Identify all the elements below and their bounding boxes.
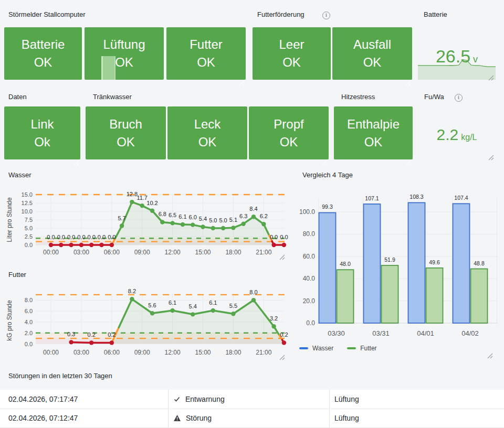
status-button-futter[interactable]: Futter OK — [166, 27, 246, 80]
svg-text:2.0: 2.0 — [25, 330, 33, 336]
resize-handle[interactable] — [488, 73, 494, 79]
resize-handle[interactable] — [488, 153, 494, 159]
svg-text:80.0: 80.0 — [303, 230, 316, 238]
battery-sparkline — [417, 56, 496, 80]
status-button-link[interactable]: Link Ok — [4, 106, 80, 159]
svg-text:0.0: 0.0 — [77, 234, 85, 240]
svg-text:0.0: 0.0 — [47, 234, 55, 240]
svg-text:04/02: 04/02 — [461, 329, 479, 337]
svg-text:2.5: 2.5 — [25, 233, 33, 240]
svg-text:49.6: 49.6 — [429, 259, 440, 265]
svg-text:12:00: 12:00 — [165, 349, 181, 356]
svg-text:0.2: 0.2 — [108, 331, 116, 338]
svg-text:kG pro Stunde: kG pro Stunde — [6, 300, 13, 341]
wasser-line-chart: 0.00.00.00.00.00.00.05.712.811.710.26.86… — [0, 185, 289, 262]
info-icon[interactable]: i — [322, 12, 330, 19]
dashboard: Störmelder Stallcomputer Futterförderung… — [0, 0, 504, 428]
svg-text:6.1: 6.1 — [209, 299, 217, 306]
svg-text:4.0: 4.0 — [25, 319, 33, 325]
alert-source: Lüftung — [334, 395, 359, 403]
svg-text:6.1: 6.1 — [178, 213, 186, 220]
status-button-enthalpie[interactable]: Enthalpie OK — [334, 106, 413, 159]
svg-text:6.8: 6.8 — [159, 211, 166, 217]
header-hitzestress: Hitzestress — [341, 93, 375, 101]
legend-item-wasser[interactable]: Wasser — [299, 345, 333, 352]
svg-text:8.0: 8.0 — [249, 289, 257, 295]
panel-title-vergleich: Vergleich 4 Tage — [302, 171, 353, 179]
status-button-ausfall[interactable]: Ausfall OK — [332, 27, 412, 80]
alert-time: 02.04.2026, 07:12:47 — [8, 414, 78, 422]
svg-text:04/01: 04/01 — [417, 329, 434, 337]
svg-text:5.4: 5.4 — [189, 303, 197, 309]
svg-text:0.0: 0.0 — [67, 234, 75, 240]
svg-text:48.8: 48.8 — [474, 260, 485, 266]
info-icon[interactable]: i — [455, 94, 463, 102]
svg-text:Liter pro Stunde: Liter pro Stunde — [6, 197, 13, 242]
svg-text:0.0: 0.0 — [25, 341, 33, 347]
resize-handle[interactable] — [279, 353, 285, 359]
svg-text:12.8: 12.8 — [127, 191, 138, 197]
svg-text:5.0: 5.0 — [219, 217, 227, 223]
fuwa-ratio-value: 2.2 kg/L — [418, 126, 496, 144]
svg-text:0.0: 0.0 — [57, 234, 65, 240]
svg-text:7.5: 7.5 — [25, 217, 33, 223]
svg-text:18:00: 18:00 — [225, 249, 241, 256]
svg-text:00:00: 00:00 — [43, 349, 59, 356]
svg-text:6.5: 6.5 — [169, 212, 176, 218]
status-button-propf[interactable]: Propf OK — [249, 106, 329, 159]
svg-text:0.2: 0.2 — [280, 331, 288, 338]
svg-text:09:00: 09:00 — [134, 249, 150, 256]
panel-title-futter: Futter — [8, 271, 26, 279]
svg-text:5.5: 5.5 — [229, 303, 237, 309]
svg-text:18:00: 18:00 — [225, 349, 241, 356]
alert-status: Entwarnung — [185, 395, 225, 403]
resize-handle[interactable] — [487, 351, 493, 357]
svg-text:0.0: 0.0 — [306, 319, 315, 327]
resize-handle[interactable] — [279, 253, 285, 259]
svg-text:107.4: 107.4 — [454, 195, 468, 201]
svg-text:6.0: 6.0 — [25, 308, 33, 314]
header-futterfoerderung: Futterförderung — [257, 10, 304, 19]
svg-text:0.2: 0.2 — [88, 331, 96, 338]
status-button-batterie[interactable]: Batterie OK — [4, 27, 82, 80]
svg-text:5.6: 5.6 — [148, 302, 156, 308]
svg-text:0.0: 0.0 — [98, 234, 106, 240]
svg-text:21:00: 21:00 — [256, 249, 271, 256]
futter-legend-swatch — [347, 347, 356, 349]
legend-item-futter[interactable]: Futter — [347, 345, 376, 352]
svg-text:15:00: 15:00 — [195, 349, 211, 356]
svg-text:60.0: 60.0 — [303, 253, 316, 260]
alert-source: Lüftung — [334, 414, 359, 422]
alert-time: 02.04.2026, 07:17:47 — [8, 395, 78, 403]
alerts-table: 02.04.2026, 07:17:47 Entwarnung Lüftung … — [0, 390, 504, 428]
vergleich-bar-chart: 99.348.003/30107.151.903/31108.349.604/0… — [294, 179, 499, 342]
svg-text:03:00: 03:00 — [74, 249, 89, 256]
svg-text:108.3: 108.3 — [410, 194, 423, 200]
svg-text:5.1: 5.1 — [229, 217, 237, 223]
status-button-bruch[interactable]: Bruch OK — [86, 106, 166, 159]
svg-text:12:00: 12:00 — [165, 249, 181, 256]
svg-text:40.0: 40.0 — [303, 275, 316, 282]
svg-text:06:00: 06:00 — [104, 249, 120, 256]
warning-icon — [173, 414, 181, 422]
svg-text:5.0: 5.0 — [25, 225, 33, 231]
svg-text:48.0: 48.0 — [340, 261, 351, 267]
check-icon — [173, 395, 181, 403]
wasser-legend-swatch — [299, 347, 308, 349]
svg-text:09:00: 09:00 — [134, 349, 150, 356]
status-button-leer[interactable]: Leer OK — [253, 27, 331, 80]
svg-text:12.5: 12.5 — [22, 200, 33, 206]
svg-text:99.3: 99.3 — [322, 204, 333, 210]
status-button-leck[interactable]: Leck OK — [167, 106, 247, 159]
svg-text:6.3: 6.3 — [239, 213, 247, 219]
svg-text:03/31: 03/31 — [372, 329, 390, 337]
status-button-lueftung[interactable]: Lüftung OK — [85, 27, 164, 80]
svg-text:3.2: 3.2 — [270, 315, 278, 322]
table-title: Störungen in den letzten 30 Tagen — [8, 372, 112, 380]
panel-title-wasser: Wasser — [8, 171, 32, 179]
svg-text:15:00: 15:00 — [195, 249, 211, 256]
svg-text:0.0: 0.0 — [270, 234, 278, 240]
alert-status: Störung — [186, 414, 212, 422]
table-row: 02.04.2026, 07:17:47 Entwarnung Lüftung — [0, 390, 504, 409]
svg-text:6.1: 6.1 — [169, 299, 176, 306]
